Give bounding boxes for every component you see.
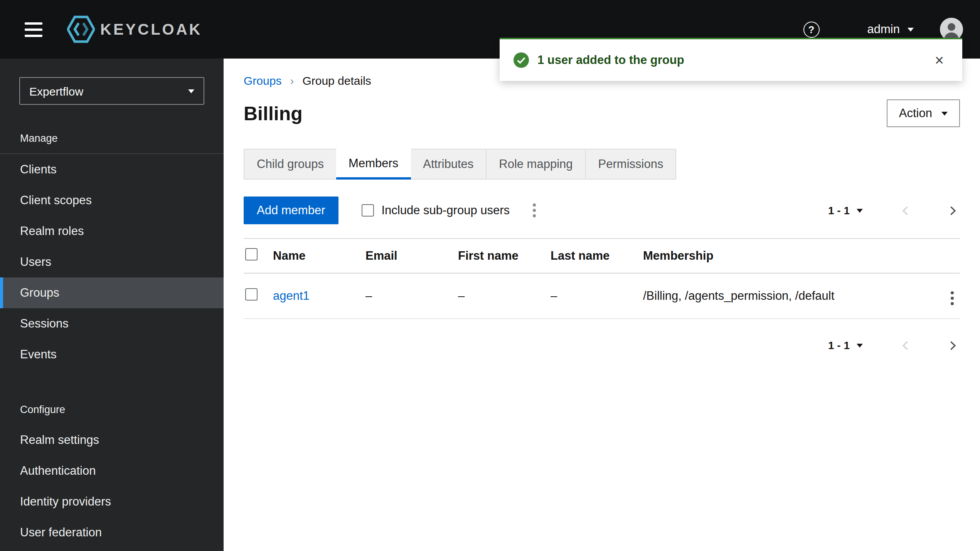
member-last-name: – xyxy=(551,273,643,319)
pagination-bottom: 1 - 1 xyxy=(825,336,960,354)
chevron-down-icon xyxy=(908,27,914,31)
sidebar-item-user-federation[interactable]: User federation xyxy=(0,517,224,548)
breadcrumb-groups-link[interactable]: Groups xyxy=(244,74,281,87)
keycloak-logo-text: KEYCLOAK xyxy=(100,20,202,38)
sidebar-item-clients[interactable]: Clients xyxy=(0,154,224,185)
masthead-right: ? admin xyxy=(803,18,963,41)
member-first-name: – xyxy=(458,273,551,319)
toast-success: 1 user added to the group × xyxy=(500,38,962,81)
sidebar-item-events[interactable]: Events xyxy=(0,339,224,370)
include-subgroups-checkbox[interactable] xyxy=(361,204,374,217)
sidebar-item-groups[interactable]: Groups xyxy=(0,277,224,308)
column-header-actions xyxy=(937,239,960,273)
column-header-last-name: Last name xyxy=(551,239,643,273)
table-row: agent1 – – – /Billing, /agents_permissio… xyxy=(244,273,960,319)
realm-name: Expertflow xyxy=(29,84,83,97)
sidebar-item-identity-providers[interactable]: Identity providers xyxy=(0,486,224,517)
help-glyph: ? xyxy=(808,24,815,35)
pagination-range: 1 - 1 xyxy=(828,204,850,217)
sidebar-item-client-scopes[interactable]: Client scopes xyxy=(0,185,224,216)
close-icon[interactable]: × xyxy=(930,51,948,69)
kebab-menu-icon[interactable] xyxy=(528,200,541,220)
keycloak-logo[interactable]: KEYCLOAK xyxy=(67,14,202,45)
pagination-toggle-bottom[interactable]: 1 - 1 xyxy=(825,336,866,354)
action-label: Action xyxy=(899,106,932,120)
sidebar-item-sessions[interactable]: Sessions xyxy=(0,308,224,339)
members-table-wrap: Name Email First name Last name Membersh… xyxy=(244,238,960,319)
sidebar: Expertflow Manage Clients Client scopes … xyxy=(0,59,224,551)
nav-section-manage: Manage xyxy=(0,133,224,144)
column-header-membership: Membership xyxy=(643,239,937,273)
keycloak-logo-icon xyxy=(67,14,95,45)
username: admin xyxy=(867,22,900,36)
user-menu[interactable]: admin xyxy=(867,22,914,36)
prev-page-button[interactable] xyxy=(898,203,913,218)
chevron-right-icon: › xyxy=(290,74,294,87)
tab-permissions[interactable]: Permissions xyxy=(585,149,677,180)
page-title: Billing xyxy=(244,102,303,124)
column-header-name: Name xyxy=(273,239,365,273)
table-header-row: Name Email First name Last name Membersh… xyxy=(244,239,960,273)
include-subgroups-label[interactable]: Include sub-group users xyxy=(381,203,510,217)
avatar[interactable] xyxy=(940,18,963,41)
next-page-button-bottom[interactable] xyxy=(945,338,960,353)
members-table: Name Email First name Last name Membersh… xyxy=(244,238,960,319)
tab-attributes[interactable]: Attributes xyxy=(410,149,487,180)
help-icon[interactable]: ? xyxy=(803,21,820,37)
tab-role-mapping[interactable]: Role mapping xyxy=(486,149,586,180)
page-header: Billing Action xyxy=(244,99,960,127)
tabs: Child groups Members Attributes Role map… xyxy=(244,149,960,180)
chevron-left-icon xyxy=(900,339,911,351)
column-header-first-name: First name xyxy=(458,239,551,273)
chevron-right-icon xyxy=(947,205,958,216)
select-all-checkbox[interactable] xyxy=(245,248,258,260)
avatar-icon xyxy=(940,18,963,41)
member-membership: /Billing, /agents_permission, /default xyxy=(643,273,937,319)
sidebar-item-realm-settings[interactable]: Realm settings xyxy=(0,425,224,455)
sidebar-item-realm-roles[interactable]: Realm roles xyxy=(0,216,224,247)
keycloak-admin-console: KEYCLOAK ? admin 1 user added xyxy=(0,0,980,551)
hamburger-icon xyxy=(25,22,42,24)
next-page-button[interactable] xyxy=(945,203,960,218)
realm-selector[interactable]: Expertflow xyxy=(19,77,204,105)
add-member-button[interactable]: Add member xyxy=(244,197,338,224)
nav-configure-list: Realm settings Authentication Identity p… xyxy=(0,425,224,548)
nav-section-configure: Configure xyxy=(0,404,224,415)
pagination-bottom-wrap: 1 - 1 xyxy=(244,336,960,354)
prev-page-button-bottom[interactable] xyxy=(898,338,913,353)
check-circle-icon xyxy=(514,52,529,68)
nav-manage-list: Clients Client scopes Realm roles Users … xyxy=(0,154,224,370)
tab-members[interactable]: Members xyxy=(336,149,411,180)
column-header-email: Email xyxy=(365,239,458,273)
action-dropdown-button[interactable]: Action xyxy=(887,99,960,127)
chevron-down-icon xyxy=(857,208,863,212)
nav-toggle-button[interactable] xyxy=(19,16,49,43)
sidebar-item-users[interactable]: Users xyxy=(0,247,224,277)
members-toolbar: Add member Include sub-group users 1 - 1 xyxy=(244,197,960,224)
chevron-down-icon xyxy=(941,111,948,115)
pagination-top: 1 - 1 xyxy=(825,201,960,220)
member-name-link[interactable]: agent1 xyxy=(273,289,310,302)
row-checkbox[interactable] xyxy=(245,288,258,301)
sidebar-item-authentication[interactable]: Authentication xyxy=(0,455,224,486)
row-kebab-menu-icon[interactable] xyxy=(946,288,958,308)
toast-message: 1 user added to the group xyxy=(537,53,684,67)
include-subgroups-group: Include sub-group users xyxy=(361,203,510,217)
main-content: Groups › Group details Billing Action Ch… xyxy=(224,59,980,551)
chevron-right-icon xyxy=(947,339,958,351)
chevron-left-icon xyxy=(900,205,911,216)
chevron-down-icon xyxy=(857,343,863,347)
member-email: – xyxy=(365,273,458,319)
pagination-range-bottom: 1 - 1 xyxy=(828,339,850,351)
breadcrumb-current: Group details xyxy=(302,74,371,87)
tab-child-groups[interactable]: Child groups xyxy=(244,149,337,180)
pagination-toggle[interactable]: 1 - 1 xyxy=(825,201,866,220)
chevron-down-icon xyxy=(188,89,194,93)
